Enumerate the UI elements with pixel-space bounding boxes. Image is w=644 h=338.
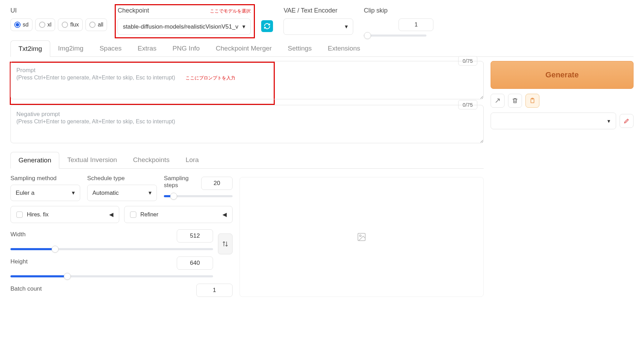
output-preview (240, 177, 484, 297)
refresh-checkpoint-button[interactable] (261, 20, 273, 32)
hires-fix-toggle[interactable]: Hires. fix ◀ (10, 206, 119, 223)
ui-radio-xl[interactable]: xl (35, 18, 55, 31)
checkpoint-annotation: ここでモデルを選択 (210, 8, 251, 14)
chevron-down-icon: ▾ (607, 118, 610, 124)
clip-skip-slider[interactable] (364, 34, 426, 37)
styles-select[interactable]: ▾ (491, 113, 616, 129)
ui-radio-group: sd xl flux all (10, 18, 107, 31)
checkpoint-select[interactable]: stable-diffusion-models/realisticVisionV… (118, 18, 251, 35)
schedule-type-value: Automatic (92, 190, 119, 197)
hires-fix-label: Hires. fix (27, 212, 48, 218)
prompt-annotation: ここにプロンプトを入力 (185, 75, 235, 81)
triangle-left-icon: ◀ (222, 211, 227, 218)
chevron-down-icon: ▾ (72, 189, 75, 197)
tab-spaces[interactable]: Spaces (91, 40, 129, 56)
sampling-steps-slider[interactable] (164, 195, 233, 197)
checkbox-icon (130, 212, 136, 218)
triangle-left-icon: ◀ (109, 211, 113, 218)
ui-radio-label: sd (23, 22, 29, 28)
arrow-icon (494, 98, 501, 104)
ui-radio-all[interactable]: all (85, 18, 107, 31)
ui-label: UI (10, 7, 107, 14)
refresh-icon (264, 23, 271, 30)
tab-img2img[interactable]: Img2img (50, 40, 92, 56)
trash-icon (512, 98, 518, 104)
height-value[interactable]: 640 (177, 256, 213, 270)
neg-placeholder-label: Negative prompt (16, 111, 478, 118)
svg-point-1 (359, 235, 361, 237)
ui-radio-label: flux (70, 22, 79, 28)
schedule-type-select[interactable]: Automatic ▾ (87, 185, 157, 201)
tab-extras[interactable]: Extras (130, 40, 165, 56)
clip-skip-value[interactable]: 1 (399, 18, 433, 31)
tab-pnginfo[interactable]: PNG Info (165, 40, 208, 56)
generation-tabs: Generation Textual Inversion Checkpoints… (10, 152, 484, 169)
prompt-placeholder-hint: (Press Ctrl+Enter to generate, Alt+Enter… (16, 75, 175, 81)
main-tabs: Txt2img Img2img Spaces Extras PNG Info C… (10, 40, 634, 57)
subtab-checkpoints[interactable]: Checkpoints (125, 152, 178, 168)
height-slider[interactable] (10, 275, 213, 277)
width-value[interactable]: 512 (177, 229, 213, 243)
refiner-label: Refiner (141, 212, 159, 218)
clip-skip-label: Clip skip (364, 7, 433, 14)
checkpoint-value: stable-diffusion-models/realisticVisionV… (123, 23, 238, 30)
checkpoint-label: Checkpoint (118, 7, 149, 14)
negative-prompt-input[interactable]: Negative prompt (Press Ctrl+Enter to gen… (10, 105, 484, 143)
clear-button[interactable] (508, 94, 522, 108)
neg-placeholder-hint: (Press Ctrl+Enter to generate, Alt+Enter… (16, 118, 478, 125)
batch-count-value[interactable]: 1 (196, 284, 233, 297)
chevron-down-icon: ▾ (149, 189, 152, 197)
vae-select[interactable]: ▾ (283, 18, 353, 35)
width-label: Width (10, 231, 25, 238)
arrow-tool-button[interactable] (491, 94, 505, 108)
generate-button[interactable]: Generate (491, 61, 634, 89)
swap-dimensions-button[interactable] (218, 233, 233, 254)
width-slider[interactable] (10, 248, 213, 250)
sampling-steps-label: Sampling steps (164, 175, 201, 189)
sampling-steps-value[interactable]: 20 (201, 177, 233, 190)
tab-checkpoint-merger[interactable]: Checkpoint Merger (208, 40, 280, 56)
prompt-input[interactable]: Prompt (Press Ctrl+Enter to generate, Al… (10, 61, 484, 99)
paste-button[interactable] (525, 94, 539, 108)
clipboard-icon (529, 98, 536, 104)
subtab-generation[interactable]: Generation (10, 152, 59, 169)
chevron-down-icon: ▾ (242, 23, 245, 30)
prompt-placeholder-label: Prompt (16, 67, 478, 74)
sampling-method-select[interactable]: Euler a ▾ (10, 185, 80, 201)
sampling-method-label: Sampling method (10, 175, 80, 182)
image-placeholder-icon (357, 232, 366, 242)
height-label: Height (10, 258, 28, 265)
refiner-toggle[interactable]: Refiner ◀ (124, 206, 233, 223)
tab-settings[interactable]: Settings (280, 40, 320, 56)
subtab-lora[interactable]: Lora (177, 152, 207, 168)
batch-count-label: Batch count (10, 285, 42, 292)
tab-extensions[interactable]: Extensions (320, 40, 368, 56)
ui-radio-sd[interactable]: sd (10, 18, 32, 31)
ui-radio-flux[interactable]: flux (58, 18, 83, 31)
ui-radio-label: all (98, 22, 103, 28)
sampling-method-value: Euler a (16, 190, 35, 197)
tab-txt2img[interactable]: Txt2img (10, 40, 50, 57)
edit-styles-button[interactable] (620, 114, 634, 128)
ui-radio-label: xl (47, 22, 52, 28)
pencil-icon (623, 118, 630, 124)
schedule-type-label: Schedule type (87, 175, 157, 182)
chevron-down-icon: ▾ (345, 23, 348, 30)
checkbox-icon (16, 212, 23, 218)
subtab-textual-inversion[interactable]: Textual Inversion (59, 152, 125, 168)
swap-icon (222, 240, 228, 248)
vae-label: VAE / Text Encoder (283, 7, 353, 14)
